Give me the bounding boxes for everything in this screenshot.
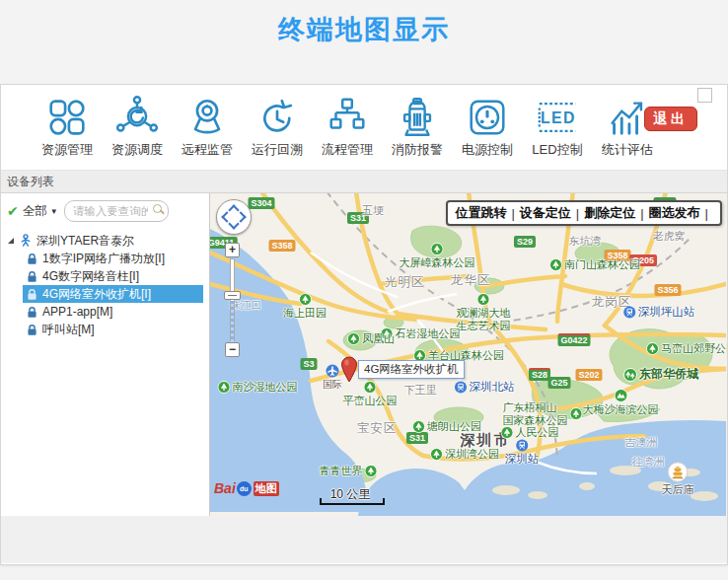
- map-label: 大屏嶂森林公园: [400, 243, 475, 269]
- filter-all-label: 全部: [23, 203, 47, 220]
- person-icon: [19, 234, 33, 248]
- tree-root[interactable]: 深圳YTAER音泰尔: [1, 232, 209, 250]
- map-marker-pin[interactable]: [339, 355, 359, 383]
- map-label-text: 广东梧桐山国家森林公园: [503, 401, 568, 426]
- search-icon[interactable]: [153, 204, 162, 213]
- toolbar-item-label: 远程监管: [182, 141, 233, 159]
- map-label: 深圳北站: [455, 381, 515, 394]
- toolbar-item-label: 消防报警: [392, 141, 443, 159]
- tree-item[interactable]: 4G网络室外收扩机[I]: [23, 285, 203, 303]
- exit-button[interactable]: 退出: [644, 107, 697, 131]
- map-label: 广东梧桐山国家森林公园: [503, 401, 583, 426]
- app-window: 资源管理资源调度远程监管运行回溯流程管理消防报警电源控制LEDLED控制统计评估…: [0, 84, 728, 565]
- road-badge: S31: [406, 432, 428, 444]
- map-label: 大梅沙海滨公园: [583, 389, 659, 416]
- clock-icon: [255, 95, 300, 140]
- toolbar-item-grid[interactable]: 资源管理: [38, 95, 96, 159]
- tree-item-label: 4G网络室外收扩机[I]: [42, 286, 151, 303]
- map-label: 下王里: [404, 384, 437, 397]
- device-tree-children: 1数字IP网络广播功放[I]4G数字网络音柱[I]4G网络室外收扩机[I]APP…: [1, 250, 209, 338]
- map-label-text: 光明区: [385, 275, 425, 289]
- train-icon: [623, 306, 636, 319]
- toolbar: 资源管理资源调度远程监管运行回溯流程管理消防报警电源控制LEDLED控制统计评估…: [1, 85, 727, 171]
- map-label-text: 深圳坪山站: [638, 306, 695, 319]
- tree-icon: [431, 243, 444, 255]
- toolbar-item-flowchart[interactable]: 流程管理: [319, 95, 376, 159]
- device-panel: ✔ 全部 ▼ 深圳YTAER音泰尔 1数字IP网络广播功放[I]4G数字网络音柱…: [1, 193, 210, 516]
- map-label-text: 海上田园: [283, 307, 327, 320]
- led-icon: LED: [535, 95, 580, 140]
- toolbar-item-dispatch[interactable]: 资源调度: [109, 95, 166, 159]
- map-label: 东部华侨城: [623, 368, 698, 382]
- map-label-text: 南沙湿地公园: [233, 381, 298, 394]
- road-badge: G25: [547, 377, 570, 389]
- map-label: 深圳站: [505, 439, 540, 466]
- toolbar-item-led[interactable]: LEDLED控制: [529, 95, 586, 159]
- tree-item[interactable]: APP1-app[M]: [23, 303, 203, 321]
- zoom-slider-track[interactable]: [230, 258, 235, 341]
- map-label: 宝安区: [357, 421, 398, 435]
- tree-icon: [364, 381, 377, 394]
- map-label: 海上田园: [283, 293, 327, 320]
- filter-row: ✔ 全部 ▼: [1, 199, 209, 223]
- expander-icon[interactable]: [8, 238, 14, 244]
- zoom-slider-handle[interactable]: [224, 291, 241, 300]
- chevron-down-icon: ▼: [50, 207, 58, 216]
- train-icon: [516, 439, 529, 452]
- device-icon: [26, 270, 38, 283]
- zoom-out-button[interactable]: −: [225, 342, 240, 357]
- map-label-text: 龙华区: [451, 273, 491, 287]
- toolbar-item-hydrant[interactable]: 消防报警: [389, 95, 446, 159]
- toolbar-item-power[interactable]: 电源控制: [459, 95, 516, 159]
- tree-icon: [299, 293, 312, 306]
- tree-icon: [477, 293, 490, 306]
- map-label-text: 马峦山郊野公园: [661, 342, 727, 355]
- baidu-paw-icon: du: [237, 481, 252, 496]
- map-label-text: 凤凰山: [362, 332, 395, 345]
- page-title: 终端地图显示: [0, 0, 728, 47]
- tree-icon: [646, 342, 659, 355]
- map-action-删除定位[interactable]: 删除定位: [584, 204, 635, 222]
- baidu-map-wordmark: 地图: [254, 481, 279, 496]
- grid-icon: [44, 95, 90, 140]
- road-badge: S304: [248, 197, 274, 209]
- tree-root-label: 深圳YTAER音泰尔: [36, 233, 134, 250]
- map-action-圈选发布[interactable]: 圈选发布: [649, 204, 700, 222]
- trees-icon: [623, 368, 637, 382]
- map-action-设备定位[interactable]: 设备定位: [520, 204, 571, 222]
- zoom-in-button[interactable]: +: [225, 243, 240, 257]
- toolbar-item-camera[interactable]: 远程监管: [179, 95, 236, 159]
- map-canvas[interactable]: S304S31G25S29S358S358G205S356G9411S3G042…: [210, 193, 727, 516]
- map-label: 马峦山郊野公园: [646, 342, 727, 355]
- map-label-text: 大屏嶂森林公园: [400, 256, 475, 269]
- tree-item-label: APP1-app[M]: [42, 305, 112, 319]
- action-separator: |: [576, 206, 579, 221]
- map-label: 人民公园: [501, 426, 559, 439]
- filter-all-dropdown[interactable]: 全部 ▼: [23, 203, 58, 220]
- toolbar-item-label: 流程管理: [322, 141, 373, 159]
- map-label-text: 老虎窝: [653, 230, 686, 243]
- mount-icon: [614, 389, 627, 402]
- map-pan-control[interactable]: [216, 199, 252, 235]
- device-icon: [26, 324, 38, 336]
- select-checkbox[interactable]: [697, 88, 712, 103]
- map-label-text: 大梅沙海滨公园: [583, 403, 659, 416]
- toolbar-item-clock[interactable]: 运行回溯: [249, 95, 306, 159]
- tree-item[interactable]: 呼叫站[M]: [23, 321, 203, 338]
- search-input[interactable]: [64, 200, 169, 222]
- map-label-text: 吉澳洲: [625, 436, 658, 449]
- map-label-text: 青青世界: [320, 465, 363, 477]
- map-action-位置跳转[interactable]: 位置跳转: [455, 204, 506, 222]
- map-label: 五埂: [362, 204, 384, 217]
- map-label: 老虎窝: [653, 230, 686, 243]
- tree-item-label: 呼叫站[M]: [42, 322, 95, 338]
- tree-item[interactable]: 1数字IP网络广播功放[I]: [23, 250, 203, 267]
- toolbar-items: 资源管理资源调度远程监管运行回溯流程管理消防报警电源控制LEDLED控制统计评估: [38, 95, 656, 159]
- map-label: 观澜湖大地生态艺术园: [457, 293, 511, 331]
- map-label: 吉澳洲: [625, 436, 658, 449]
- dispatch-icon: [114, 95, 160, 140]
- map-action-bar: 位置跳转|设备定位|删除定位|圈选发布|: [446, 200, 722, 226]
- map-label: 龙华区: [451, 273, 491, 287]
- map-label-text: 东坑湾: [569, 235, 602, 248]
- tree-item[interactable]: 4G数字网络音柱[I]: [23, 267, 203, 285]
